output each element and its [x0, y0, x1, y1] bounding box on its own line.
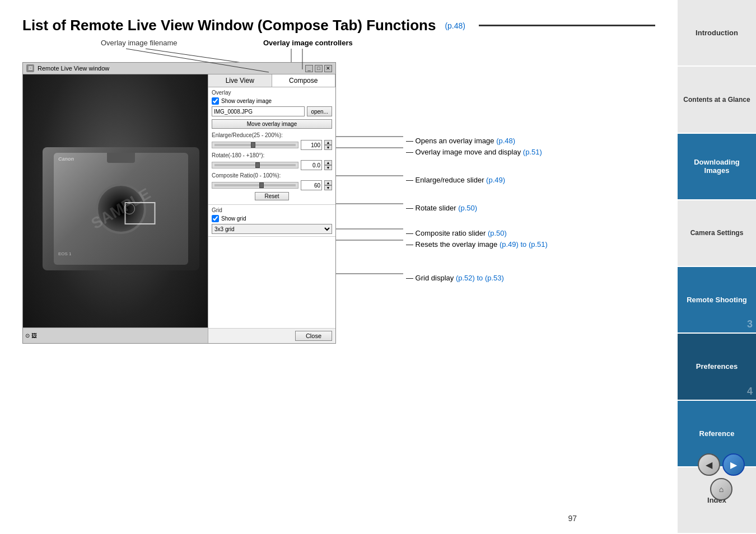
- show-overlay-label: Show overlay image: [221, 98, 272, 104]
- composite-slider-row: ▲ ▼: [212, 180, 332, 190]
- window-icon: 🖼: [26, 64, 34, 72]
- page-number: 97: [568, 514, 577, 523]
- sidebar-item-preferences[interactable]: Preferences 4: [678, 334, 756, 400]
- compose-tab[interactable]: Compose: [272, 74, 336, 87]
- rotate-slider-row: ▲ ▼: [212, 160, 332, 170]
- open-button[interactable]: open...: [307, 106, 332, 116]
- move-overlay-button[interactable]: Move overlay image: [212, 119, 332, 129]
- sidebar-num-remote: 3: [747, 318, 753, 330]
- grid-select[interactable]: 3x3 grid: [212, 224, 332, 234]
- reset-row: Reset: [212, 192, 332, 200]
- sidebar-item-contents[interactable]: Contents at a Glance: [678, 67, 756, 133]
- ann-composite: — Composite ratio slider (p.50): [406, 229, 507, 237]
- window-controls[interactable]: _ □ ✕: [305, 65, 332, 72]
- restore-button[interactable]: □: [315, 65, 323, 72]
- camera-image: Canon EOS 1 SAMPLE: [43, 147, 199, 270]
- next-button[interactable]: ▶: [722, 453, 745, 476]
- rotate-track: [214, 164, 296, 166]
- ann-grid: — Grid display (p.52) to (p.53): [406, 274, 504, 282]
- remote-live-view-window: 🖼 Remote Live View window _ □ ✕ Compose: [22, 62, 336, 344]
- sidebar-item-remote[interactable]: Remote Shooting 3: [678, 267, 756, 334]
- reset-button[interactable]: Reset: [255, 192, 288, 200]
- show-grid-row: Show grid: [212, 215, 332, 222]
- composite-thumb[interactable]: [259, 182, 264, 188]
- title-line: [479, 25, 655, 26]
- show-overlay-checkbox[interactable]: [212, 97, 219, 105]
- overlay-controllers-label: Overlay image controllers: [263, 39, 353, 47]
- enlarge-slider[interactable]: [212, 142, 298, 148]
- status-icon: ⊙: [25, 332, 30, 339]
- window-title: Remote Live View window: [38, 65, 302, 72]
- rotate-spinner: ▲ ▼: [324, 160, 332, 170]
- camera-preview-area: Compose: [23, 74, 208, 343]
- rotate-input[interactable]: [301, 160, 322, 170]
- window-body: Compose: [23, 74, 335, 343]
- composite-label: Composite Ratio(0 - 100%):: [212, 172, 332, 179]
- show-overlay-row: Show overlay image: [212, 97, 332, 105]
- rotate-label: Rotate(-180 - +180°):: [212, 152, 332, 158]
- grid-section-title: Grid: [212, 207, 332, 213]
- composite-slider[interactable]: [212, 182, 298, 189]
- control-tabs: Live View Compose: [208, 74, 335, 87]
- enlarge-thumb[interactable]: [251, 142, 255, 148]
- rotate-slider[interactable]: [212, 162, 298, 168]
- sidebar-item-introduction[interactable]: Introduction: [678, 0, 756, 67]
- sidebar-item-downloading[interactable]: Downloading Images: [678, 134, 756, 200]
- prev-button[interactable]: ◀: [698, 453, 720, 476]
- overlay-filename-label: Overlay image filename: [101, 39, 178, 47]
- sidebar-label-downloading: Downloading Images: [682, 158, 752, 175]
- enlarge-down[interactable]: ▼: [324, 145, 332, 150]
- show-grid-label: Show grid: [221, 216, 246, 222]
- rotate-down[interactable]: ▼: [324, 165, 332, 170]
- enlarge-slider-row: ▲ ▼: [212, 140, 332, 150]
- rotate-thumb[interactable]: [255, 162, 260, 168]
- page-title-row: List of Remote Live View Window (Compose…: [22, 17, 655, 34]
- enlarge-label: Enlarge/Reduce(25 - 200%):: [212, 132, 332, 138]
- sidebar-num-preferences: 4: [747, 386, 753, 397]
- live-view-tab[interactable]: Live View: [208, 74, 272, 87]
- close-row: Close: [208, 328, 335, 343]
- main-content: List of Remote Live View Window (Compose…: [0, 0, 678, 534]
- nav-arrows: ◀ ▶ ⌂: [698, 453, 745, 500]
- rotate-up[interactable]: ▲: [324, 160, 332, 165]
- ann-rotate: — Rotate slider (p.50): [406, 204, 477, 212]
- sidebar-item-camera[interactable]: Camera Settings: [678, 200, 756, 267]
- page-title: List of Remote Live View Window (Compose…: [22, 17, 436, 34]
- ann-opens-overlay: — Opens an overlay image (p.48): [406, 137, 515, 145]
- close-x-button[interactable]: ✕: [324, 65, 332, 72]
- window-titlebar: 🖼 Remote Live View window _ □ ✕: [23, 63, 335, 74]
- filename-input[interactable]: [212, 106, 305, 116]
- controls-panel: Live View Compose Overlay Show overlay i…: [208, 74, 335, 343]
- minimize-button[interactable]: _: [305, 65, 313, 72]
- show-grid-checkbox[interactable]: [212, 215, 219, 222]
- composite-down[interactable]: ▼: [324, 185, 332, 190]
- overlay-section-title: Overlay: [212, 90, 332, 96]
- enlarge-input[interactable]: [301, 140, 322, 150]
- grid-section: Grid Show grid 3x3 grid: [208, 205, 335, 237]
- bottom-status-bar: ⊙ 🖼: [23, 327, 208, 343]
- composite-spinner: ▲ ▼: [324, 180, 332, 190]
- ann-overlay-move: — Overlay image move and display (p.51): [406, 148, 542, 156]
- enlarge-track: [214, 144, 296, 146]
- overlay-section: Overlay Show overlay image open... Move …: [208, 87, 335, 205]
- filename-row: open...: [212, 106, 332, 116]
- enlarge-spinner: ▲ ▼: [324, 140, 332, 150]
- close-button[interactable]: Close: [295, 331, 332, 341]
- camera-preview-inner: Canon EOS 1 SAMPLE: [23, 74, 208, 343]
- composite-input[interactable]: [301, 180, 322, 190]
- sidebar-label-reference: Reference: [699, 429, 735, 438]
- diagram-area: Overlay image filename Overlay image con…: [22, 62, 655, 344]
- sidebar-label-preferences: Preferences: [696, 362, 738, 371]
- ann-enlarge: — Enlarge/reduce slider (p.49): [406, 176, 505, 184]
- nav-prev-next-row: ◀ ▶: [698, 453, 745, 476]
- ann-resets: — Resets the overlay image (p.49) to (p.…: [406, 240, 548, 249]
- enlarge-up[interactable]: ▲: [324, 140, 332, 145]
- sidebar-label-camera: Camera Settings: [690, 229, 744, 237]
- home-button[interactable]: ⌂: [710, 478, 732, 500]
- sidebar-label-introduction: Introduction: [696, 29, 738, 37]
- sidebar-label-remote: Remote Shooting: [687, 296, 747, 304]
- sidebar-label-contents: Contents at a Glance: [683, 96, 750, 104]
- composite-track: [214, 184, 296, 186]
- status-icon-2: 🖼: [31, 332, 37, 339]
- composite-up[interactable]: ▲: [324, 180, 332, 185]
